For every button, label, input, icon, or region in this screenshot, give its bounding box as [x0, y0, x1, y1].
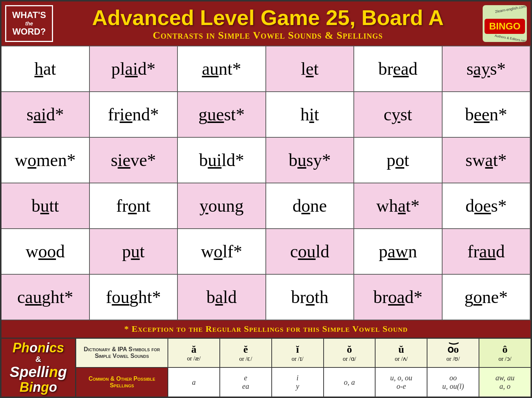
cell-says: says*	[443, 46, 531, 92]
cell-bald: bald	[178, 275, 266, 320]
page-subtitle: Contrasts in Simple Vowel Sounds & Spell…	[59, 29, 477, 41]
phonics-spellings-label: Common & Other Possible Spellings	[76, 368, 168, 397]
cell-women: women*	[1, 138, 90, 183]
site-url-top: 2learn-english.com	[494, 5, 526, 14]
phonics-symbol-e: ĕ or /ɛ/	[220, 339, 272, 367]
phonics-spelling-e: e ea	[220, 368, 272, 397]
page-title: Advanced Level Game 25, Board A	[59, 6, 477, 29]
header: WHAT'S the WORD? Advanced Level Game 25,…	[1, 1, 531, 46]
cell-fought: fought*	[90, 275, 178, 320]
whats-the-word-logo: WHAT'S the WORD?	[5, 5, 53, 42]
header-center: Advanced Level Game 25, Board A Contrast…	[53, 6, 483, 41]
cell-pot: pot	[354, 138, 443, 183]
bingo-badge: BINGO	[485, 19, 525, 34]
bingo-logo: 2learn-english.com BINGO Authors & Edito…	[483, 5, 527, 42]
cell-cyst: cyst	[354, 92, 443, 138]
phonics-spellings-row: Common & Other Possible Spellings a e ea…	[76, 368, 531, 397]
cell-swat: swat*	[443, 138, 531, 183]
cell-sieve: sieve*	[90, 138, 178, 183]
word-grid: hat plaid* aunt* let bread says* said* f…	[1, 46, 531, 320]
footer-note: * Exception to the Regular Spellings for…	[1, 320, 531, 338]
cell-hit: hit	[266, 92, 355, 138]
phonics-logo: Phonics & Spelling Bingo	[1, 339, 75, 397]
phonics-spelling-oo: oo u, ou(l)	[427, 368, 479, 397]
phonics-spelling-a: a	[168, 368, 220, 397]
cell-fraud: fraud	[443, 229, 531, 275]
cell-said: said*	[1, 92, 90, 138]
cell-gone: gone*	[443, 275, 531, 320]
phonics-symbol-aw: ô or /ɔ/	[479, 339, 531, 367]
cell-young: young	[178, 183, 266, 229]
cell-what: what*	[354, 183, 443, 229]
logo-the: the	[25, 21, 33, 27]
cell-hat: hat	[1, 46, 90, 92]
cell-plaid: plaid*	[90, 46, 178, 92]
cell-been: been*	[443, 92, 531, 138]
phonics-symbol-o: ŏ or /ɑ/	[324, 339, 376, 367]
cell-pawn: pawn	[354, 229, 443, 275]
cell-broth: broth	[266, 275, 355, 320]
cell-aunt: aunt*	[178, 46, 266, 92]
cell-done: done	[266, 183, 355, 229]
cell-busy: busy*	[266, 138, 355, 183]
phonics-table: Dictionary & IPA Symbols for Simple Vowe…	[75, 339, 531, 397]
cell-friend: friend*	[90, 92, 178, 138]
phonics-text: Phonics	[10, 341, 67, 355]
phonics-section: Phonics & Spelling Bingo Dictionary & IP…	[1, 338, 531, 397]
spelling-text: Spelling	[10, 364, 67, 380]
logo-whats: WHAT'S	[12, 10, 46, 21]
cell-does: does*	[443, 183, 531, 229]
phonics-desc-label: Dictionary & IPA Symbols for Simple Vowe…	[76, 339, 168, 367]
phonics-spelling-i: i y	[272, 368, 324, 397]
cell-put: put	[90, 229, 178, 275]
logo-word: WORD?	[13, 27, 46, 37]
phonics-symbol-oo: o͝o or /ʊ/	[427, 339, 479, 367]
cell-wood: wood	[1, 229, 90, 275]
cell-guest: guest*	[178, 92, 266, 138]
cell-front: front	[90, 183, 178, 229]
phonics-symbols-row: Dictionary & IPA Symbols for Simple Vowe…	[76, 339, 531, 368]
phonics-spelling-aw: aw, au a, o	[479, 368, 531, 397]
phonics-symbol-i: ĭ or /ɪ/	[272, 339, 324, 367]
cell-bread: bread	[354, 46, 443, 92]
phonics-spelling-o: o, a	[324, 368, 376, 397]
cell-build: build*	[178, 138, 266, 183]
ampersand: &	[10, 355, 67, 364]
bingo-text: Bingo	[10, 380, 67, 395]
cell-let: let	[266, 46, 355, 92]
phonics-spelling-u: u, o, ou o-e	[376, 368, 427, 397]
cell-could: could	[266, 229, 355, 275]
cell-wolf: wolf*	[178, 229, 266, 275]
cell-broad: broad*	[354, 275, 443, 320]
page-container: WHAT'S the WORD? Advanced Level Game 25,…	[0, 0, 532, 398]
phonics-symbol-a: ă or /æ/	[168, 339, 220, 367]
site-url-bottom: Authors & Editors.net	[494, 34, 526, 42]
cell-butt: butt	[1, 183, 90, 229]
phonics-symbol-u: ŭ or /ʌ/	[376, 339, 427, 367]
cell-caught: caught*	[1, 275, 90, 320]
